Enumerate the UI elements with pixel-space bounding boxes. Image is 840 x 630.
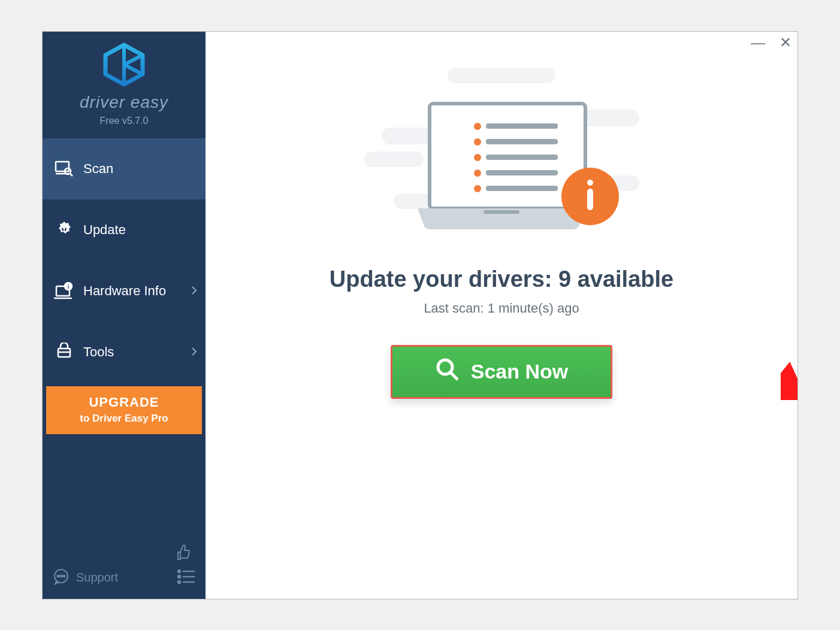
sidebar-item-update[interactable]: Update: [43, 199, 206, 261]
svg-point-16: [178, 570, 180, 573]
svg-rect-42: [587, 189, 593, 210]
svg-rect-33: [486, 139, 558, 144]
tools-icon: [53, 343, 75, 362]
sidebar-bottom: Support: [43, 535, 206, 599]
last-scan-text: Last scan: 1 minute(s) ago: [310, 301, 693, 316]
svg-line-45: [793, 358, 798, 388]
support-button[interactable]: Support: [52, 568, 118, 588]
app-window: driver easy Free v5.7.0 Scan: [42, 31, 798, 599]
window-controls: — ✕: [751, 35, 791, 50]
svg-rect-1: [56, 162, 69, 171]
chevron-right-icon: [191, 283, 197, 299]
list-menu-icon[interactable]: [177, 569, 196, 587]
svg-point-38: [474, 185, 481, 192]
svg-line-44: [451, 372, 458, 380]
chat-icon: [52, 568, 70, 588]
svg-point-13: [58, 575, 59, 577]
svg-rect-31: [486, 123, 558, 129]
svg-point-36: [474, 169, 481, 177]
svg-point-20: [178, 581, 180, 583]
brand-name: driver easy: [43, 93, 206, 112]
headline-text: Update your drivers: 9 available: [310, 266, 693, 292]
scan-now-button[interactable]: Scan Now: [391, 345, 612, 399]
sidebar-item-label: Update: [83, 222, 126, 238]
annotation-arrow-icon: [781, 352, 798, 400]
main-panel: — ✕: [206, 32, 797, 599]
svg-rect-29: [484, 210, 519, 214]
svg-point-41: [587, 180, 593, 186]
svg-rect-39: [486, 186, 558, 191]
brand-version: Free v5.7.0: [43, 116, 206, 126]
sidebar-item-label: Tools: [83, 344, 114, 360]
chevron-right-icon: [191, 344, 197, 360]
svg-point-32: [474, 138, 481, 146]
svg-point-15: [64, 575, 65, 577]
svg-rect-35: [486, 155, 558, 160]
search-icon: [435, 357, 460, 387]
sidebar-item-scan[interactable]: Scan: [43, 138, 206, 199]
svg-point-14: [61, 575, 62, 577]
sidebar-item-label: Scan: [83, 161, 113, 177]
upgrade-button[interactable]: UPGRADE to Driver Easy Pro: [46, 386, 202, 434]
svg-point-18: [178, 576, 180, 578]
svg-rect-22: [448, 68, 555, 83]
app-logo-icon: [102, 43, 146, 87]
laptop-illustration-icon: [358, 56, 645, 247]
scan-icon: [53, 159, 75, 178]
logo-block: driver easy Free v5.7.0: [43, 32, 206, 138]
svg-point-34: [474, 154, 481, 161]
sidebar-item-hardware-info[interactable]: i Hardware Info: [43, 261, 206, 322]
sidebar: driver easy Free v5.7.0 Scan: [43, 32, 206, 599]
svg-point-30: [474, 123, 481, 130]
support-label: Support: [76, 571, 118, 584]
sidebar-item-tools[interactable]: Tools: [43, 322, 206, 383]
svg-point-43: [438, 360, 452, 374]
upgrade-line2: to Driver Easy Pro: [46, 413, 202, 425]
close-button[interactable]: ✕: [779, 35, 791, 50]
gear-icon: [53, 220, 75, 240]
hero-section: Update your drivers: 9 available Last sc…: [310, 56, 693, 399]
svg-rect-24: [364, 152, 424, 167]
svg-rect-37: [486, 170, 558, 175]
minimize-button[interactable]: —: [751, 35, 765, 50]
sidebar-nav: Scan Update: [43, 138, 206, 383]
svg-text:i: i: [68, 284, 70, 290]
sidebar-item-label: Hardware Info: [83, 283, 166, 299]
hardware-icon: i: [53, 281, 75, 301]
thumbs-up-icon[interactable]: [174, 553, 192, 564]
svg-line-4: [70, 174, 72, 176]
scan-now-label: Scan Now: [471, 360, 568, 383]
upgrade-line1: UPGRADE: [46, 395, 202, 410]
